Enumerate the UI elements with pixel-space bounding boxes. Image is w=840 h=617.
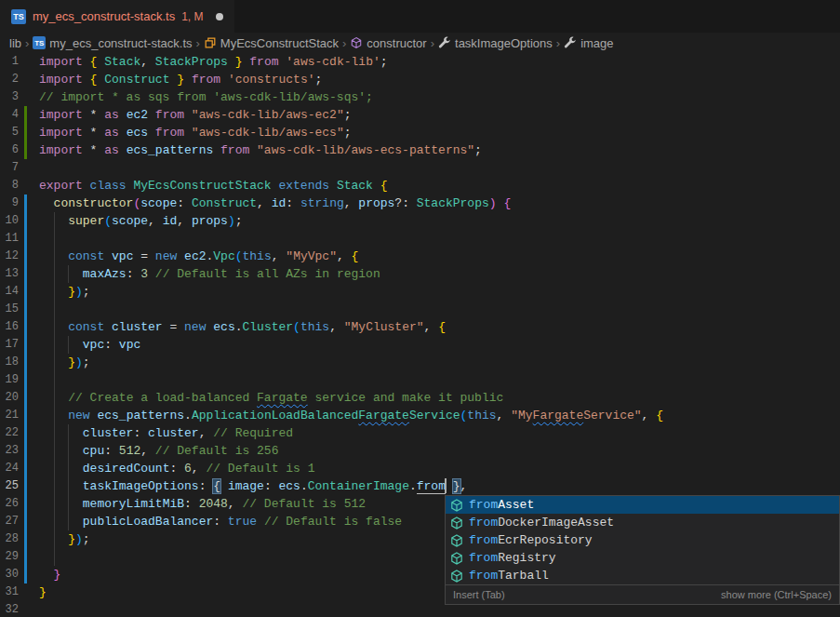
code-token: ) [75, 355, 83, 369]
suggest-item-fromTarball[interactable]: fromTarball [446, 567, 839, 584]
dirty-indicator-dot[interactable] [216, 13, 223, 20]
code-line-14[interactable]: 14 }); [0, 283, 840, 301]
code-token: Fargate [533, 409, 584, 423]
code-line-22[interactable]: 22 cluster: cluster, // Required [0, 424, 840, 442]
code-line-12[interactable]: 12 const vpc = new ec2.Vpc(this, "MyVpc"… [0, 248, 840, 265]
breadcrumb-item-constructor[interactable]: constructor [350, 36, 426, 50]
code-token: Stack [337, 179, 380, 193]
method-icon [449, 551, 464, 566]
code-token: : [213, 515, 228, 529]
code-token: cluster [112, 320, 169, 334]
line-number: 7 [0, 159, 19, 177]
code-token: ; [83, 532, 90, 546]
breadcrumb-item-taskimageoptions[interactable]: taskImageOptions [438, 36, 553, 50]
wrench-icon [564, 36, 577, 49]
suggest-item-fromDockerImageAsset[interactable]: fromDockerImageAsset [446, 514, 839, 531]
code-token: cluster [148, 426, 199, 440]
suggest-list: fromAssetfromDockerImageAssetfromEcrRepo… [446, 496, 839, 584]
breadcrumb-item-my-ecs-construct-stack-ts[interactable]: TSmy_ecs_construct-stack.ts [33, 36, 192, 50]
code-token: * [90, 108, 105, 122]
code-line-23[interactable]: 23 cpu: 512, // Default is 256 [0, 442, 840, 460]
line-number: 13 [0, 265, 19, 283]
code-token: . [235, 320, 243, 334]
code-line-3[interactable]: 3// import * as sqs from 'aws-cdk-lib/aw… [0, 88, 840, 106]
suggest-show-more-hint[interactable]: show more (Ctrl+Space) [721, 589, 832, 600]
code-token [39, 462, 83, 476]
git-gutter-added[interactable] [24, 106, 27, 159]
line-number: 21 [0, 407, 19, 424]
code-line-19[interactable]: 19 [0, 371, 840, 389]
tab-my-ecs-construct-stack[interactable]: TS my_ecs_construct-stack.ts 1, M [0, 0, 234, 33]
git-gutter-modified[interactable] [24, 194, 27, 583]
breadcrumb-item-myecsconstructstack[interactable]: MyEcsConstructStack [204, 36, 339, 50]
code-token: Vpc [213, 249, 234, 263]
code-token: ; [83, 355, 90, 369]
breadcrumb-label: image [580, 36, 613, 50]
code-line-2[interactable]: 2import { Construct } from 'constructs'; [0, 71, 840, 88]
code-token [39, 515, 83, 529]
suggest-item-fromRegistry[interactable]: fromRegistry [446, 549, 839, 567]
code-token: Cluster [243, 320, 294, 334]
code-line-17[interactable]: 17 vpc: vpc [0, 336, 840, 354]
code-token: { [503, 196, 511, 210]
code-line-21[interactable]: 21 new ecs_patterns.ApplicationLoadBalan… [0, 407, 840, 424]
code-line-5[interactable]: 5import * as ecs from "aws-cdk-lib/aws-e… [0, 124, 840, 141]
suggest-rest-text: DockerImageAsset [498, 516, 614, 530]
code-line-8[interactable]: 8export class MyEcsConstructStack extend… [0, 177, 840, 194]
suggest-item-fromEcrRepository[interactable]: fromEcrRepository [446, 531, 839, 549]
code-line-15[interactable]: 15 [0, 301, 840, 318]
breadcrumb-item-image[interactable]: image [564, 36, 613, 50]
code-line-7[interactable]: 7 [0, 159, 840, 177]
code-token: this [300, 320, 329, 334]
code-line-25[interactable]: 25 taskImageOptions: { image: ecs.Contai… [0, 477, 840, 495]
line-number: 17 [0, 336, 19, 354]
code-token: 2048 [199, 497, 228, 511]
code-token: Service [409, 409, 460, 423]
code-line-10[interactable]: 10 super(scope, id, props); [0, 212, 840, 230]
code-token: , [228, 497, 243, 511]
line-number: 24 [0, 460, 19, 477]
code-token: ApplicationLoadBalanced [192, 409, 358, 423]
code-token: import [39, 143, 90, 157]
code-line-1[interactable]: 1import { Stack, StackProps } from 'aws-… [0, 53, 840, 71]
code-token [446, 479, 453, 493]
code-token: Construct [104, 73, 169, 87]
code-line-11[interactable]: 11 [0, 230, 840, 248]
code-line-13[interactable]: 13 maxAzs: 3 // Default is all AZs in re… [0, 265, 840, 283]
code-token: : [127, 267, 141, 281]
suggest-item-fromAsset[interactable]: fromAsset [446, 496, 839, 514]
method-icon [449, 516, 464, 530]
code-token: ecs [279, 479, 300, 493]
code-token: Construct [192, 196, 257, 210]
code-token: "MyCluster" [344, 320, 424, 334]
code-token: ?: [394, 196, 416, 210]
code-token: import [39, 108, 90, 122]
breadcrumb-item-lib[interactable]: lib [9, 36, 21, 50]
code-token: import [39, 73, 90, 87]
line-number: 5 [0, 124, 19, 141]
code-token: scope [112, 214, 148, 228]
code-token [39, 320, 68, 334]
code-token: { [352, 249, 359, 263]
method-icon [449, 569, 464, 583]
code-line-20[interactable]: 20 // Create a load-balanced Fargate ser… [0, 389, 840, 407]
code-token [228, 55, 235, 69]
code-line-18[interactable]: 18 }); [0, 354, 840, 371]
wrench-icon [438, 36, 451, 49]
code-token: } [68, 532, 75, 546]
code-token: ecs_patterns [127, 143, 220, 157]
code-token: id [163, 214, 178, 228]
code-line-6[interactable]: 6import * as ecs_patterns from "aws-cdk-… [0, 141, 840, 159]
code-token: } [54, 568, 61, 582]
code-token [39, 532, 68, 546]
code-token: // Default is 1 [206, 462, 314, 476]
method-icon [449, 498, 464, 513]
code-line-24[interactable]: 24 desiredCount: 6, // Default is 1 [0, 460, 840, 477]
line-number: 10 [0, 212, 19, 230]
code-line-9[interactable]: 9 constructor(scope: Construct, id: stri… [0, 194, 840, 212]
code-token: id [272, 196, 287, 210]
code-line-16[interactable]: 16 const cluster = new ecs.Cluster(this,… [0, 318, 840, 336]
code-token: "My [511, 409, 532, 423]
suggest-rest-text: EcrRepository [498, 533, 592, 547]
code-line-4[interactable]: 4import * as ec2 from "aws-cdk-lib/aws-e… [0, 106, 840, 124]
